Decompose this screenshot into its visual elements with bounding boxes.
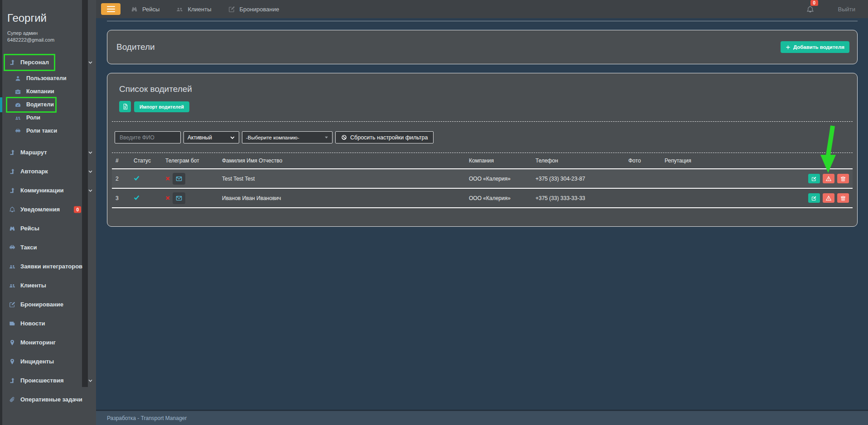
users-icon xyxy=(14,115,22,121)
column-header: Статус xyxy=(130,153,162,169)
send-telegram-message-button[interactable] xyxy=(173,173,185,185)
filter-row: Активный -Выберите компанию- Сбросить на… xyxy=(115,131,845,143)
fio-filter-input[interactable] xyxy=(119,134,177,141)
sidebar-item-label: Автопарк xyxy=(20,168,48,175)
logout-label: Выйти xyxy=(838,6,856,13)
column-header: Компания xyxy=(465,153,532,169)
user-name: Георгий xyxy=(7,12,89,24)
notifications-count-badge: 0 xyxy=(810,0,819,6)
newspaper-icon xyxy=(8,320,16,327)
map-marker-icon xyxy=(8,339,16,346)
sidebar-item-label: Новости xyxy=(20,320,45,327)
edit-icon xyxy=(8,301,16,308)
sidebar-item-route[interactable]: Маршрут xyxy=(0,143,96,162)
driver-company: ООО «Калерия» xyxy=(465,188,532,208)
edit-driver-button[interactable] xyxy=(808,193,820,203)
status-select[interactable]: Активный xyxy=(183,131,239,143)
sidebar-item-label: Маршрут xyxy=(20,149,47,156)
sidebar-item-label: Пользователи xyxy=(26,75,67,81)
driver-telegram xyxy=(162,169,218,188)
sidebar-item-trips[interactable]: Рейсы xyxy=(0,219,96,238)
reset-filters-button[interactable]: Сбросить настройки фильтра xyxy=(335,131,434,143)
sidebar-badge: 0 xyxy=(74,206,81,213)
sidebar-item-booking[interactable]: Бронирование xyxy=(0,295,96,314)
logout-button[interactable]: Выйти xyxy=(828,6,856,13)
binoculars-icon xyxy=(130,6,138,12)
users-icon xyxy=(8,263,16,270)
footer: Разработка - Transport Manager xyxy=(96,410,868,425)
sidebar-item-drivers[interactable]: Водители xyxy=(0,98,96,111)
sidebar-item-users[interactable]: Пользователи xyxy=(0,72,96,85)
user-role: Супер админ xyxy=(7,30,89,37)
chevron-down-icon xyxy=(88,169,93,174)
sidebar-item-operational-tasks[interactable]: Оперативные задачи xyxy=(0,390,96,409)
driver-warning-button[interactable] xyxy=(823,193,834,203)
edit-driver-button[interactable] xyxy=(808,174,820,183)
content-area: РейсыКлиентыБронирование 0 Выйти Водител… xyxy=(96,0,868,425)
paperclip-icon xyxy=(8,396,16,403)
column-header: Телефон xyxy=(532,153,625,169)
driver-actions xyxy=(709,169,853,188)
sidebar-item-news[interactable]: Новости xyxy=(0,314,96,333)
tachometer-icon xyxy=(14,101,22,108)
driver-photo xyxy=(625,188,661,208)
delete-driver-button[interactable] xyxy=(837,174,849,183)
column-header: Репутация xyxy=(661,153,709,169)
company-select-value: -Выберите компанию- xyxy=(246,135,299,140)
topmenu-item-clients[interactable]: Клиенты xyxy=(176,6,211,13)
level-up-icon xyxy=(8,377,16,384)
footer-text: Разработка - Transport Manager xyxy=(107,415,187,421)
map-marker-icon xyxy=(8,358,16,365)
delete-driver-button[interactable] xyxy=(837,193,849,203)
notifications-bell[interactable]: 0 xyxy=(806,5,814,13)
dashed-divider xyxy=(112,121,853,122)
driver-company: ООО «Калерия» xyxy=(465,169,532,188)
page-title: Водители xyxy=(116,42,155,52)
topmenu-item-trips[interactable]: Рейсы xyxy=(130,6,159,13)
sidebar-item-notifications[interactable]: Уведомления0 xyxy=(0,200,96,219)
sidebar-item-taxi[interactable]: Такси xyxy=(0,238,96,257)
sidebar-item-accidents[interactable]: Происшествия xyxy=(0,371,96,390)
menu-toggle-button[interactable] xyxy=(101,3,121,15)
app-window: Георгий Супер админ 6482222@gmail.com Пе… xyxy=(0,0,868,425)
sidebar-item-label: Роли xyxy=(26,115,40,121)
car-icon xyxy=(8,244,16,251)
users-icon xyxy=(8,282,16,289)
table-header-row: #СтатусТелеграм ботФамилия Имя ОтчествоК… xyxy=(112,153,853,169)
sidebar-item-fleet[interactable]: Автопарк xyxy=(0,162,96,181)
sidebar-item-taxi-roles[interactable]: Роли такси xyxy=(0,124,96,138)
sidebar-item-label: Инциденты xyxy=(20,358,54,365)
sidebar-item-companies[interactable]: Компании xyxy=(0,85,96,98)
import-row: Импорт водителей xyxy=(119,101,845,112)
sidebar-item-roles[interactable]: Роли xyxy=(0,111,96,124)
sidebar-item-label: Роли такси xyxy=(26,128,57,134)
sidebar-item-integrator-requests[interactable]: Заявки интеграторов xyxy=(0,257,96,276)
import-drivers-button[interactable]: Импорт водителей xyxy=(134,101,189,112)
column-header: Фамилия Имя Отчество xyxy=(218,153,465,169)
sidebar-item-monitoring[interactable]: Мониторинг xyxy=(0,333,96,352)
driver-warning-button[interactable] xyxy=(823,174,834,183)
hamburger-icon xyxy=(107,9,115,10)
level-up-icon xyxy=(8,168,16,175)
sidebar-item-label: Такси xyxy=(20,244,37,251)
sidebar-item-incidents[interactable]: Инциденты xyxy=(0,352,96,371)
chevron-down-icon xyxy=(88,378,93,383)
driver-phone: +375 (33) 333-33-33 xyxy=(532,188,625,208)
main-panel: Водители Добавить водителя Список водите… xyxy=(96,18,868,410)
drivers-list-card: Список водителей Импорт водителей Активн… xyxy=(107,73,858,227)
telegram-not-linked-icon xyxy=(165,176,170,181)
driver-row: 2Test Test TestООО «Калерия»+375 (33) 30… xyxy=(112,169,853,188)
add-driver-button[interactable]: Добавить водителя xyxy=(781,41,849,53)
topmenu-item-booking[interactable]: Бронирование xyxy=(228,6,280,13)
send-telegram-message-button[interactable] xyxy=(173,192,185,204)
level-up-icon xyxy=(8,187,16,194)
sidebar-item-label: Персонал xyxy=(20,59,49,66)
user-email: 6482222@gmail.com xyxy=(7,37,89,43)
sidebar-item-clients[interactable]: Клиенты xyxy=(0,276,96,295)
column-header xyxy=(709,153,853,169)
sidebar-item-communications[interactable]: Коммуникации xyxy=(0,181,96,200)
sidebar-item-personal[interactable]: Персонал xyxy=(0,53,96,72)
export-excel-button[interactable] xyxy=(119,101,131,112)
top-navbar: РейсыКлиентыБронирование 0 Выйти xyxy=(96,0,868,18)
company-select[interactable]: -Выберите компанию- xyxy=(242,131,333,143)
